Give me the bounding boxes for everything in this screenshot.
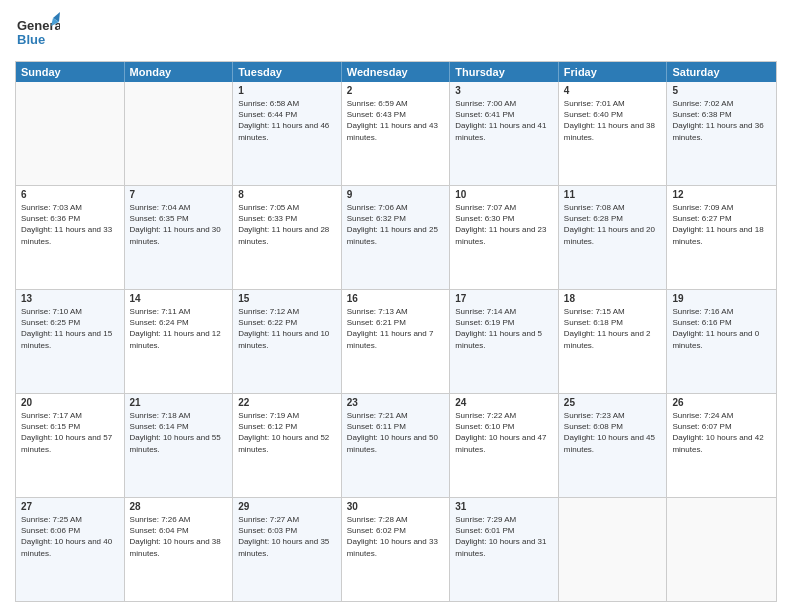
calendar-cell: 19Sunrise: 7:16 AM Sunset: 6:16 PM Dayli… [667, 290, 776, 393]
day-number: 22 [238, 397, 336, 408]
cell-info: Sunrise: 6:59 AM Sunset: 6:43 PM Dayligh… [347, 98, 445, 143]
calendar-cell: 17Sunrise: 7:14 AM Sunset: 6:19 PM Dayli… [450, 290, 559, 393]
day-number: 11 [564, 189, 662, 200]
cell-info: Sunrise: 7:26 AM Sunset: 6:04 PM Dayligh… [130, 514, 228, 559]
cell-info: Sunrise: 7:07 AM Sunset: 6:30 PM Dayligh… [455, 202, 553, 247]
day-header-thursday: Thursday [450, 62, 559, 82]
calendar-cell: 5Sunrise: 7:02 AM Sunset: 6:38 PM Daylig… [667, 82, 776, 185]
cell-info: Sunrise: 7:24 AM Sunset: 6:07 PM Dayligh… [672, 410, 771, 455]
cell-info: Sunrise: 7:14 AM Sunset: 6:19 PM Dayligh… [455, 306, 553, 351]
calendar-cell: 12Sunrise: 7:09 AM Sunset: 6:27 PM Dayli… [667, 186, 776, 289]
cell-info: Sunrise: 7:04 AM Sunset: 6:35 PM Dayligh… [130, 202, 228, 247]
calendar-cell: 26Sunrise: 7:24 AM Sunset: 6:07 PM Dayli… [667, 394, 776, 497]
cell-info: Sunrise: 7:11 AM Sunset: 6:24 PM Dayligh… [130, 306, 228, 351]
cell-info: Sunrise: 7:15 AM Sunset: 6:18 PM Dayligh… [564, 306, 662, 351]
calendar-cell: 20Sunrise: 7:17 AM Sunset: 6:15 PM Dayli… [16, 394, 125, 497]
cell-info: Sunrise: 7:19 AM Sunset: 6:12 PM Dayligh… [238, 410, 336, 455]
calendar-cell: 22Sunrise: 7:19 AM Sunset: 6:12 PM Dayli… [233, 394, 342, 497]
day-number: 31 [455, 501, 553, 512]
day-number: 23 [347, 397, 445, 408]
day-number: 28 [130, 501, 228, 512]
day-number: 25 [564, 397, 662, 408]
day-number: 5 [672, 85, 771, 96]
day-number: 27 [21, 501, 119, 512]
calendar-cell [667, 498, 776, 601]
calendar-cell: 7Sunrise: 7:04 AM Sunset: 6:35 PM Daylig… [125, 186, 234, 289]
day-number: 12 [672, 189, 771, 200]
calendar-cell: 3Sunrise: 7:00 AM Sunset: 6:41 PM Daylig… [450, 82, 559, 185]
day-number: 24 [455, 397, 553, 408]
cell-info: Sunrise: 7:21 AM Sunset: 6:11 PM Dayligh… [347, 410, 445, 455]
day-header-tuesday: Tuesday [233, 62, 342, 82]
calendar-cell: 24Sunrise: 7:22 AM Sunset: 6:10 PM Dayli… [450, 394, 559, 497]
calendar-cell: 25Sunrise: 7:23 AM Sunset: 6:08 PM Dayli… [559, 394, 668, 497]
cell-info: Sunrise: 7:27 AM Sunset: 6:03 PM Dayligh… [238, 514, 336, 559]
cell-info: Sunrise: 7:01 AM Sunset: 6:40 PM Dayligh… [564, 98, 662, 143]
calendar-row-3: 13Sunrise: 7:10 AM Sunset: 6:25 PM Dayli… [16, 290, 776, 394]
day-number: 13 [21, 293, 119, 304]
logo: General Blue [15, 10, 60, 55]
cell-info: Sunrise: 7:17 AM Sunset: 6:15 PM Dayligh… [21, 410, 119, 455]
calendar-cell: 23Sunrise: 7:21 AM Sunset: 6:11 PM Dayli… [342, 394, 451, 497]
day-number: 3 [455, 85, 553, 96]
cell-info: Sunrise: 7:29 AM Sunset: 6:01 PM Dayligh… [455, 514, 553, 559]
calendar-row-2: 6Sunrise: 7:03 AM Sunset: 6:36 PM Daylig… [16, 186, 776, 290]
cell-info: Sunrise: 7:16 AM Sunset: 6:16 PM Dayligh… [672, 306, 771, 351]
calendar-cell: 18Sunrise: 7:15 AM Sunset: 6:18 PM Dayli… [559, 290, 668, 393]
calendar-cell: 1Sunrise: 6:58 AM Sunset: 6:44 PM Daylig… [233, 82, 342, 185]
day-header-wednesday: Wednesday [342, 62, 451, 82]
cell-info: Sunrise: 7:10 AM Sunset: 6:25 PM Dayligh… [21, 306, 119, 351]
calendar-cell: 29Sunrise: 7:27 AM Sunset: 6:03 PM Dayli… [233, 498, 342, 601]
calendar-cell: 21Sunrise: 7:18 AM Sunset: 6:14 PM Dayli… [125, 394, 234, 497]
header: General Blue [15, 10, 777, 55]
calendar-cell: 4Sunrise: 7:01 AM Sunset: 6:40 PM Daylig… [559, 82, 668, 185]
cell-info: Sunrise: 7:03 AM Sunset: 6:36 PM Dayligh… [21, 202, 119, 247]
calendar-cell: 13Sunrise: 7:10 AM Sunset: 6:25 PM Dayli… [16, 290, 125, 393]
page: General Blue SundayMondayTuesdayWednesda… [0, 0, 792, 612]
day-number: 1 [238, 85, 336, 96]
day-number: 7 [130, 189, 228, 200]
day-number: 20 [21, 397, 119, 408]
day-number: 30 [347, 501, 445, 512]
day-header-friday: Friday [559, 62, 668, 82]
calendar-cell [125, 82, 234, 185]
calendar-body: 1Sunrise: 6:58 AM Sunset: 6:44 PM Daylig… [16, 82, 776, 601]
calendar-cell: 10Sunrise: 7:07 AM Sunset: 6:30 PM Dayli… [450, 186, 559, 289]
cell-info: Sunrise: 7:23 AM Sunset: 6:08 PM Dayligh… [564, 410, 662, 455]
calendar-cell: 16Sunrise: 7:13 AM Sunset: 6:21 PM Dayli… [342, 290, 451, 393]
calendar-row-5: 27Sunrise: 7:25 AM Sunset: 6:06 PM Dayli… [16, 498, 776, 601]
cell-info: Sunrise: 7:22 AM Sunset: 6:10 PM Dayligh… [455, 410, 553, 455]
day-number: 18 [564, 293, 662, 304]
logo-icon: General Blue [15, 10, 60, 55]
cell-info: Sunrise: 7:06 AM Sunset: 6:32 PM Dayligh… [347, 202, 445, 247]
cell-info: Sunrise: 7:02 AM Sunset: 6:38 PM Dayligh… [672, 98, 771, 143]
day-number: 29 [238, 501, 336, 512]
cell-info: Sunrise: 7:18 AM Sunset: 6:14 PM Dayligh… [130, 410, 228, 455]
calendar: SundayMondayTuesdayWednesdayThursdayFrid… [15, 61, 777, 602]
calendar-cell: 8Sunrise: 7:05 AM Sunset: 6:33 PM Daylig… [233, 186, 342, 289]
calendar-row-4: 20Sunrise: 7:17 AM Sunset: 6:15 PM Dayli… [16, 394, 776, 498]
day-header-monday: Monday [125, 62, 234, 82]
calendar-cell: 27Sunrise: 7:25 AM Sunset: 6:06 PM Dayli… [16, 498, 125, 601]
calendar-cell [559, 498, 668, 601]
calendar-cell: 14Sunrise: 7:11 AM Sunset: 6:24 PM Dayli… [125, 290, 234, 393]
calendar-cell: 9Sunrise: 7:06 AM Sunset: 6:32 PM Daylig… [342, 186, 451, 289]
day-number: 19 [672, 293, 771, 304]
day-number: 4 [564, 85, 662, 96]
calendar-cell: 2Sunrise: 6:59 AM Sunset: 6:43 PM Daylig… [342, 82, 451, 185]
day-number: 8 [238, 189, 336, 200]
day-number: 21 [130, 397, 228, 408]
cell-info: Sunrise: 7:09 AM Sunset: 6:27 PM Dayligh… [672, 202, 771, 247]
day-number: 9 [347, 189, 445, 200]
calendar-row-1: 1Sunrise: 6:58 AM Sunset: 6:44 PM Daylig… [16, 82, 776, 186]
svg-text:Blue: Blue [17, 32, 45, 47]
calendar-cell [16, 82, 125, 185]
cell-info: Sunrise: 7:00 AM Sunset: 6:41 PM Dayligh… [455, 98, 553, 143]
calendar-cell: 28Sunrise: 7:26 AM Sunset: 6:04 PM Dayli… [125, 498, 234, 601]
calendar-cell: 11Sunrise: 7:08 AM Sunset: 6:28 PM Dayli… [559, 186, 668, 289]
calendar-cell: 6Sunrise: 7:03 AM Sunset: 6:36 PM Daylig… [16, 186, 125, 289]
day-number: 14 [130, 293, 228, 304]
day-number: 15 [238, 293, 336, 304]
calendar-header: SundayMondayTuesdayWednesdayThursdayFrid… [16, 62, 776, 82]
cell-info: Sunrise: 6:58 AM Sunset: 6:44 PM Dayligh… [238, 98, 336, 143]
